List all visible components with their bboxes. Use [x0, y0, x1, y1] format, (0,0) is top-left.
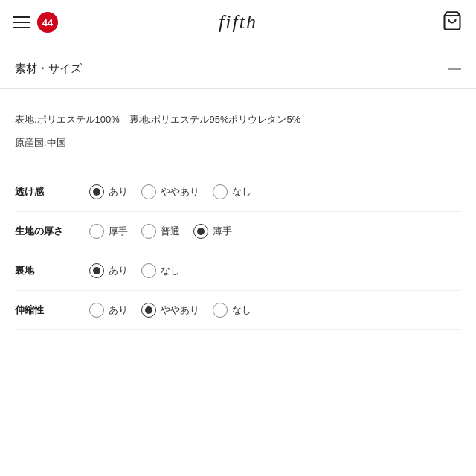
property-label: 透け感 — [15, 185, 89, 199]
radio-option-0-2[interactable]: なし — [213, 184, 251, 199]
radio-label: あり — [109, 185, 128, 199]
radio-option-0-1[interactable]: ややあり — [141, 184, 199, 199]
radio-circle — [213, 303, 228, 318]
radio-option-1-1[interactable]: 普通 — [141, 224, 180, 239]
radio-circle — [89, 303, 104, 318]
radio-option-2-0[interactable]: あり — [89, 263, 128, 278]
material-line2: 原産国:中国 — [15, 134, 461, 151]
radio-label: 厚手 — [109, 225, 128, 238]
property-row: 透け感ありややありなし — [15, 173, 461, 212]
property-label: 生地の厚さ — [15, 225, 89, 238]
radio-label: なし — [161, 264, 180, 277]
property-options: ありなし — [89, 263, 461, 278]
property-options: 厚手普通薄手 — [89, 224, 461, 239]
radio-option-3-1[interactable]: ややあり — [141, 303, 199, 318]
radio-circle — [141, 263, 156, 278]
property-label: 伸縮性 — [15, 303, 89, 317]
radio-option-3-2[interactable]: なし — [213, 303, 251, 318]
cart-badge: 44 — [37, 12, 58, 33]
property-options: ありややありなし — [89, 184, 461, 199]
radio-circle — [89, 263, 104, 278]
property-row: 生地の厚さ厚手普通薄手 — [15, 212, 461, 251]
header: 44 fifth — [0, 0, 476, 45]
radio-circle — [89, 184, 104, 199]
section-header: 素材・サイズ — [0, 45, 476, 89]
header-left: 44 — [13, 12, 58, 33]
radio-label: 薄手 — [213, 225, 232, 238]
radio-label: なし — [232, 185, 251, 199]
property-row: 伸縮性ありややありなし — [15, 291, 461, 330]
material-line1: 表地:ポリエステル100% 裏地:ポリエステル95%ポリウレタン5% — [15, 111, 461, 128]
radio-label: ややあり — [161, 185, 199, 199]
brand-logo: fifth — [219, 11, 257, 33]
property-label: 裏地 — [15, 264, 89, 277]
radio-label: あり — [109, 303, 128, 317]
radio-circle — [141, 303, 156, 318]
properties-list: 透け感ありややありなし生地の厚さ厚手普通薄手裏地ありなし伸縮性ありややありなし — [15, 173, 461, 330]
cart-button[interactable] — [442, 10, 463, 34]
radio-option-1-0[interactable]: 厚手 — [89, 224, 128, 239]
property-options: ありややありなし — [89, 303, 461, 318]
menu-button[interactable] — [13, 16, 30, 28]
radio-circle — [193, 224, 208, 239]
radio-option-3-0[interactable]: あり — [89, 303, 128, 318]
radio-circle — [141, 184, 156, 199]
radio-label: 普通 — [161, 225, 180, 238]
radio-label: なし — [232, 303, 251, 317]
radio-circle — [213, 184, 228, 199]
radio-circle — [141, 224, 156, 239]
content-area: 表地:ポリエステル100% 裏地:ポリエステル95%ポリウレタン5% 原産国:中… — [0, 89, 476, 345]
radio-option-2-1[interactable]: なし — [141, 263, 180, 278]
collapse-icon[interactable] — [448, 68, 461, 70]
radio-circle — [89, 224, 104, 239]
radio-option-1-2[interactable]: 薄手 — [193, 224, 232, 239]
radio-option-0-0[interactable]: あり — [89, 184, 128, 199]
section-title: 素材・サイズ — [15, 62, 82, 76]
radio-label: ややあり — [161, 303, 199, 317]
radio-label: あり — [109, 264, 128, 277]
property-row: 裏地ありなし — [15, 251, 461, 291]
